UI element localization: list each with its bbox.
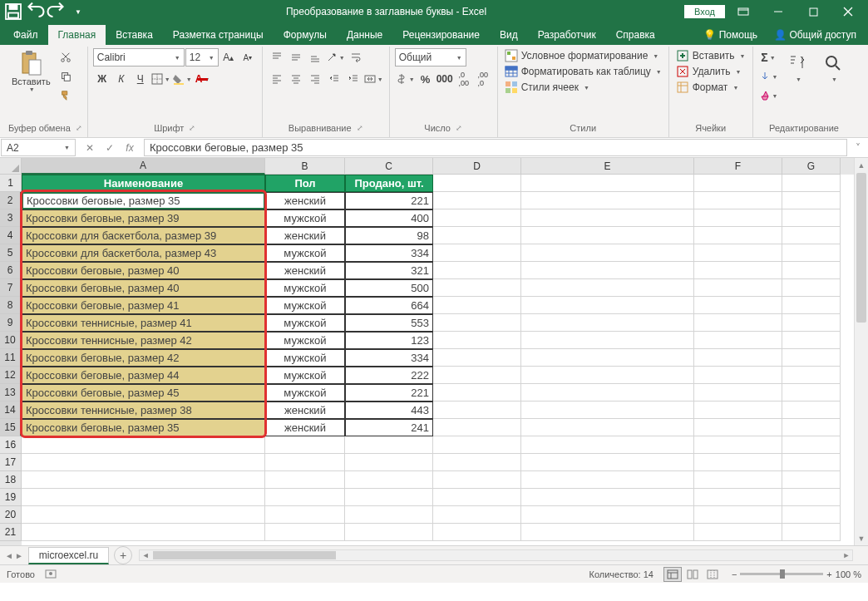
cell[interactable] <box>521 262 694 279</box>
align-center-icon[interactable] <box>287 70 305 88</box>
cell[interactable] <box>22 454 265 471</box>
cell[interactable] <box>521 471 694 489</box>
increase-indent-icon[interactable] <box>344 70 362 88</box>
row-header[interactable]: 16 <box>0 436 22 454</box>
cell[interactable] <box>782 297 841 314</box>
cell[interactable] <box>782 506 841 524</box>
worksheet-grid[interactable]: ABCDEFG 12345678910111213141516171819202… <box>0 158 868 545</box>
undo-icon[interactable] <box>25 2 45 22</box>
cell[interactable] <box>694 436 782 454</box>
cell[interactable]: Кроссовки беговые, размер 42 <box>22 349 265 367</box>
dialog-launcher-icon[interactable]: ⤢ <box>189 124 195 132</box>
maximize-icon[interactable] <box>796 0 830 23</box>
tab-page-layout[interactable]: Разметка страницы <box>163 25 274 45</box>
save-icon[interactable] <box>3 2 23 22</box>
cells-area[interactable]: НаименованиеПолПродано, шт.Кроссовки бег… <box>22 175 854 545</box>
find-select-button[interactable]: ▼ <box>816 48 850 84</box>
cell[interactable] <box>782 192 841 209</box>
cell[interactable] <box>433 524 521 541</box>
row-headers[interactable]: 123456789101112131415161718192021 <box>0 175 22 545</box>
row-header[interactable]: 8 <box>0 297 22 314</box>
cell[interactable] <box>433 436 521 454</box>
cell[interactable] <box>433 175 521 192</box>
redo-icon[interactable] <box>47 2 67 22</box>
cell[interactable] <box>694 419 782 436</box>
cell[interactable]: 321 <box>345 262 433 279</box>
zoom-control[interactable]: − + 100 % <box>732 569 861 579</box>
row-header[interactable]: 6 <box>0 262 22 279</box>
view-page-break-icon[interactable] <box>703 567 722 582</box>
tab-formulas[interactable]: Формулы <box>274 25 337 45</box>
cell[interactable] <box>782 227 841 244</box>
cell[interactable] <box>694 524 782 541</box>
tab-insert[interactable]: Вставка <box>106 25 163 45</box>
cell[interactable] <box>694 209 782 227</box>
cell[interactable] <box>782 332 841 349</box>
cell[interactable] <box>433 279 521 297</box>
merge-center-icon[interactable]: ▼ <box>363 70 384 88</box>
cell[interactable] <box>521 367 694 384</box>
cell[interactable] <box>433 419 521 436</box>
bold-button[interactable]: Ж <box>93 70 111 88</box>
cell[interactable] <box>782 489 841 506</box>
cell[interactable]: женский <box>265 192 345 209</box>
cell[interactable]: женский <box>265 419 345 436</box>
cell[interactable] <box>521 175 694 192</box>
cell[interactable] <box>782 244 841 262</box>
zoom-in-icon[interactable]: + <box>826 569 831 579</box>
format-painter-icon[interactable] <box>57 86 75 105</box>
cell[interactable] <box>433 192 521 209</box>
fill-icon[interactable]: ▼ <box>758 67 779 86</box>
increase-font-icon[interactable]: A▴ <box>219 48 238 67</box>
qat-customize-icon[interactable]: ▼ <box>68 2 88 22</box>
decrease-font-icon[interactable]: A▾ <box>239 48 257 67</box>
cell[interactable]: мужской <box>265 279 345 297</box>
row-header[interactable]: 17 <box>0 454 22 471</box>
cell[interactable] <box>694 367 782 384</box>
sheet-nav[interactable]: ◄► <box>0 551 28 560</box>
cell[interactable] <box>521 384 694 401</box>
cell[interactable] <box>265 506 345 524</box>
cancel-formula-icon[interactable]: ✕ <box>81 140 98 156</box>
comma-icon[interactable]: 000 <box>436 70 454 88</box>
cell[interactable]: 222 <box>345 367 433 384</box>
cell[interactable] <box>433 401 521 419</box>
cell[interactable] <box>694 227 782 244</box>
ribbon-display-icon[interactable] <box>727 0 760 23</box>
cell[interactable]: 221 <box>345 192 433 209</box>
prev-sheet-icon[interactable]: ◄ <box>5 551 13 560</box>
cell[interactable] <box>433 244 521 262</box>
cell[interactable] <box>433 349 521 367</box>
cell[interactable] <box>694 349 782 367</box>
macro-record-icon[interactable] <box>45 568 57 581</box>
sort-filter-button[interactable]: ▼ <box>781 48 814 84</box>
cell[interactable]: мужской <box>265 314 345 332</box>
cell[interactable] <box>782 175 841 192</box>
cell[interactable]: Кроссовки теннисные, размер 38 <box>22 401 265 419</box>
cell[interactable]: 98 <box>345 227 433 244</box>
dialog-launcher-icon[interactable]: ⤢ <box>76 124 82 132</box>
expand-formula-bar-icon[interactable]: ˅ <box>848 138 868 157</box>
align-top-icon[interactable] <box>268 48 286 67</box>
cell[interactable]: Кроссовки беговые, размер 44 <box>22 367 265 384</box>
cell[interactable] <box>521 436 694 454</box>
tab-view[interactable]: Вид <box>490 25 528 45</box>
cell[interactable]: Кроссовки для баскетбола, размер 39 <box>22 227 265 244</box>
name-box[interactable]: A2▼ <box>1 139 76 156</box>
cell[interactable] <box>433 454 521 471</box>
vertical-scrollbar[interactable]: ▲ ▼ <box>854 158 868 545</box>
cut-icon[interactable] <box>57 48 75 67</box>
cell[interactable] <box>694 244 782 262</box>
cell[interactable] <box>22 506 265 524</box>
row-header[interactable]: 3 <box>0 209 22 227</box>
view-page-layout-icon[interactable] <box>683 567 702 582</box>
cell[interactable] <box>521 192 694 209</box>
cell[interactable]: мужской <box>265 209 345 227</box>
align-bottom-icon[interactable] <box>306 48 324 67</box>
cell[interactable] <box>345 489 433 506</box>
format-as-table-button[interactable]: Форматировать как таблицу▼ <box>503 64 663 79</box>
column-header[interactable]: D <box>433 158 521 175</box>
cell[interactable] <box>22 524 265 541</box>
cell[interactable] <box>433 209 521 227</box>
insert-function-icon[interactable]: fx <box>121 140 138 156</box>
